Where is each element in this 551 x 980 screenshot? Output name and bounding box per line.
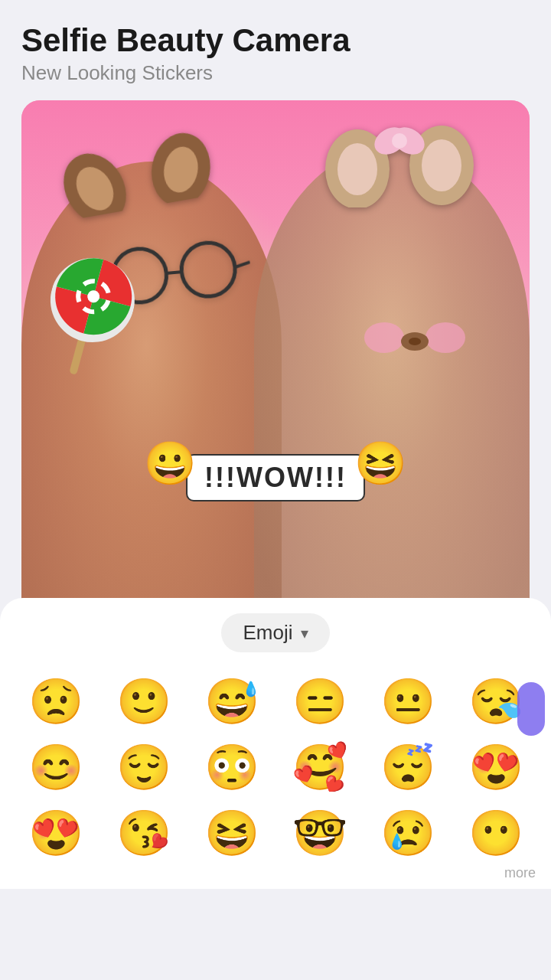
emoji-item[interactable]: 😊 <box>15 738 96 796</box>
emoji-item[interactable]: 😐 <box>367 672 448 730</box>
sticker-bear-ears-right[interactable] <box>315 123 484 220</box>
emoji-item[interactable]: 😶 <box>455 804 536 862</box>
wow-emoji-left: 😀 <box>144 439 197 488</box>
emoji-category-selector[interactable]: Emoji ▾ <box>0 613 551 652</box>
emoji-item[interactable]: 😴 <box>367 738 448 796</box>
emoji-item[interactable]: 😅 <box>191 672 272 730</box>
svg-point-20 <box>364 322 404 353</box>
person-left <box>21 162 282 621</box>
emoji-dropdown-label: Emoji <box>243 621 292 645</box>
wow-emoji-right: 😆 <box>354 439 407 488</box>
emoji-item[interactable]: 😆 <box>191 804 272 862</box>
svg-point-12 <box>179 240 237 299</box>
emoji-item[interactable]: 😟 <box>15 672 96 730</box>
emoji-item[interactable]: 😑 <box>279 672 360 730</box>
emoji-item[interactable]: 😘 <box>103 804 184 862</box>
svg-point-7 <box>422 139 461 191</box>
chevron-down-icon: ▾ <box>301 624 308 642</box>
emoji-grid: 😟 🙂 😅 😑 😐 😪 😊 😌 😳 🥰 😴 😍 😍 😘 😆 🤓 😢 😶 <box>0 666 551 868</box>
svg-point-21 <box>425 322 465 353</box>
svg-point-5 <box>337 143 377 195</box>
wow-text-badge: !!!WOW!!! <box>186 454 365 501</box>
svg-line-15 <box>235 263 250 268</box>
emoji-item[interactable]: 😍 <box>15 804 96 862</box>
app-title: Selfie Beauty Camera <box>21 23 530 58</box>
app-subtitle: New Looking Stickers <box>21 61 530 85</box>
emoji-item[interactable]: 😢 <box>367 804 448 862</box>
svg-point-23 <box>409 338 421 345</box>
emoji-item[interactable]: 🤓 <box>279 804 360 862</box>
header: Selfie Beauty Camera New Looking Sticker… <box>0 0 551 100</box>
scroll-indicator[interactable] <box>517 682 545 736</box>
emoji-item[interactable]: 😌 <box>103 738 184 796</box>
photo-area: 😀 !!!WOW!!! 😆 <box>21 100 530 621</box>
more-label: more <box>504 865 536 881</box>
emoji-dropdown-button[interactable]: Emoji ▾ <box>221 613 329 652</box>
emoji-item[interactable]: 😍 <box>455 738 536 796</box>
svg-line-13 <box>166 272 181 273</box>
emoji-item[interactable]: 🙂 <box>103 672 184 730</box>
wow-sticker-container[interactable]: 😀 !!!WOW!!! 😆 <box>133 452 418 502</box>
emoji-panel: Emoji ▾ 😟 🙂 😅 😑 😐 😪 😊 😌 😳 🥰 😴 😍 😍 😘 😆 🤓 … <box>0 598 551 889</box>
emoji-item[interactable]: 🥰 <box>279 738 360 796</box>
sticker-bear-nose[interactable] <box>361 315 468 370</box>
svg-point-10 <box>392 133 407 149</box>
emoji-item[interactable]: 😳 <box>191 738 272 796</box>
